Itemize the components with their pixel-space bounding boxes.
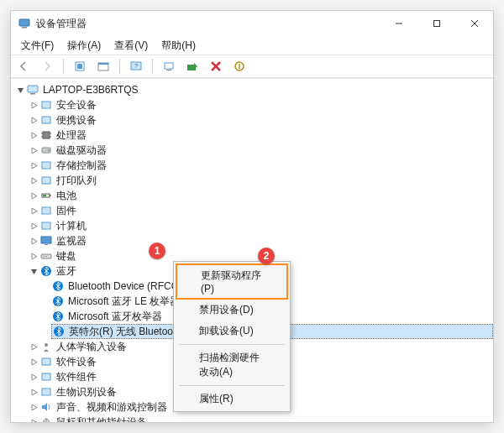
context-menu-item[interactable]: 卸载设备(U) xyxy=(176,321,288,342)
show-hidden-button[interactable] xyxy=(71,57,89,76)
close-button[interactable] xyxy=(455,11,493,36)
portable-device-icon xyxy=(39,113,53,127)
svg-rect-9 xyxy=(98,63,108,65)
svg-rect-50 xyxy=(42,373,50,380)
expand-icon[interactable] xyxy=(28,175,39,186)
tree-category[interactable]: 打印队列 xyxy=(28,173,493,188)
battery-icon xyxy=(39,189,53,202)
tree-label: 键盘 xyxy=(56,248,76,263)
svg-rect-38 xyxy=(45,244,48,245)
svg-rect-19 xyxy=(28,86,38,92)
bluetooth-icon xyxy=(52,325,66,338)
forward-button[interactable] xyxy=(38,57,56,76)
expand-icon[interactable] xyxy=(28,371,39,383)
tree-category[interactable]: 安全设备 xyxy=(28,97,493,112)
expand-icon[interactable] xyxy=(28,235,39,247)
expand-icon[interactable] xyxy=(28,144,39,156)
disk-drive-icon xyxy=(39,143,53,157)
svg-rect-34 xyxy=(43,195,46,196)
hid-icon xyxy=(39,340,53,353)
svg-rect-37 xyxy=(41,237,51,243)
menu-separator xyxy=(179,385,285,386)
tree-root-label: LAPTOP-E3B6RTQS xyxy=(43,82,139,97)
svg-rect-20 xyxy=(30,93,35,95)
tree-root-node[interactable]: LAPTOP-E3B6RTQS xyxy=(14,82,493,97)
tree-category[interactable]: 磁盘驱动器 xyxy=(28,143,493,158)
firmware-icon xyxy=(39,204,53,217)
expand-icon[interactable] xyxy=(28,99,39,111)
tree-label: 固件 xyxy=(56,203,76,218)
svg-point-48 xyxy=(45,343,48,347)
processor-icon xyxy=(39,128,53,142)
svg-rect-41 xyxy=(45,256,45,257)
menu-file[interactable]: 文件(F) xyxy=(16,37,59,55)
tree-label: 软件组件 xyxy=(56,369,97,384)
expand-icon[interactable] xyxy=(28,129,39,141)
sound-icon xyxy=(39,400,53,414)
tree-label: 鼠标和其他指针设备 xyxy=(56,415,147,422)
collapse-icon[interactable] xyxy=(14,84,26,96)
properties-button[interactable] xyxy=(94,57,113,76)
tree-category[interactable]: 存储控制器 xyxy=(28,158,493,173)
window-controls xyxy=(380,11,493,36)
tree-category[interactable]: 便携设备 xyxy=(28,112,493,128)
back-button[interactable] xyxy=(14,57,33,76)
expand-icon[interactable] xyxy=(28,401,39,413)
tree-category[interactable]: 电池 xyxy=(28,188,493,203)
bluetooth-icon xyxy=(51,310,65,323)
menu-view[interactable]: 查看(V) xyxy=(109,37,153,55)
tree-label: 处理器 xyxy=(56,128,87,143)
tree-category[interactable]: 监视器 xyxy=(28,233,493,248)
help-button[interactable]: ? xyxy=(127,57,145,76)
tree-category[interactable]: 处理器 xyxy=(28,128,493,143)
svg-rect-49 xyxy=(42,358,50,365)
mouse-icon xyxy=(39,415,53,422)
uninstall-button[interactable] xyxy=(207,57,225,76)
menu-help[interactable]: 帮助(H) xyxy=(156,37,201,55)
bluetooth-icon xyxy=(51,279,65,293)
storage-controller-icon xyxy=(39,159,53,172)
expand-icon[interactable] xyxy=(28,386,39,398)
tree-label: 监视器 xyxy=(56,233,87,248)
svg-rect-22 xyxy=(42,117,50,123)
expand-icon[interactable] xyxy=(28,205,39,216)
tree-label: 存储控制器 xyxy=(56,158,107,173)
computer-icon xyxy=(26,83,39,97)
svg-rect-12 xyxy=(165,63,173,69)
tree-label: 磁盘驱动器 xyxy=(56,143,107,158)
svg-rect-40 xyxy=(43,256,44,257)
titlebar: 设备管理器 xyxy=(11,11,493,36)
minimize-button[interactable] xyxy=(380,11,417,36)
expand-icon[interactable] xyxy=(28,159,39,171)
svg-rect-0 xyxy=(19,19,29,26)
app-icon xyxy=(18,17,31,30)
expand-icon[interactable] xyxy=(28,250,39,262)
collapse-icon[interactable] xyxy=(28,265,39,277)
svg-rect-23 xyxy=(43,132,50,138)
context-menu-item[interactable]: 更新驱动程序(P) xyxy=(176,263,288,300)
expand-icon[interactable] xyxy=(28,114,39,126)
expand-icon[interactable] xyxy=(28,190,39,201)
expand-icon[interactable] xyxy=(28,341,39,352)
tree-category[interactable]: 计算机 xyxy=(28,218,493,233)
tree-label: 计算机 xyxy=(56,218,87,233)
context-menu-item[interactable]: 属性(R) xyxy=(176,389,288,410)
software-component-icon xyxy=(39,370,53,383)
context-menu-item[interactable]: 禁用设备(D) xyxy=(176,300,288,321)
maximize-button[interactable] xyxy=(417,11,455,36)
tree-category[interactable]: 固件 xyxy=(28,203,493,218)
context-menu-item[interactable]: 扫描检测硬件改动(A) xyxy=(176,347,288,383)
menu-action[interactable]: 操作(A) xyxy=(62,37,106,55)
tree-device-label: Microsoft 蓝牙枚举器 xyxy=(68,309,162,324)
update-driver-button[interactable] xyxy=(183,57,202,76)
disable-button[interactable] xyxy=(230,57,249,76)
menubar: 文件(F) 操作(A) 查看(V) 帮助(H) xyxy=(11,36,493,55)
tree-category[interactable]: 鼠标和其他指针设备 xyxy=(28,415,493,422)
svg-text:?: ? xyxy=(134,62,139,70)
bluetooth-icon xyxy=(51,295,65,308)
expand-icon[interactable] xyxy=(28,220,39,232)
scan-hardware-button[interactable] xyxy=(160,57,178,76)
expand-icon[interactable] xyxy=(28,416,39,422)
expand-icon[interactable] xyxy=(28,356,39,368)
bluetooth-icon xyxy=(39,264,53,278)
